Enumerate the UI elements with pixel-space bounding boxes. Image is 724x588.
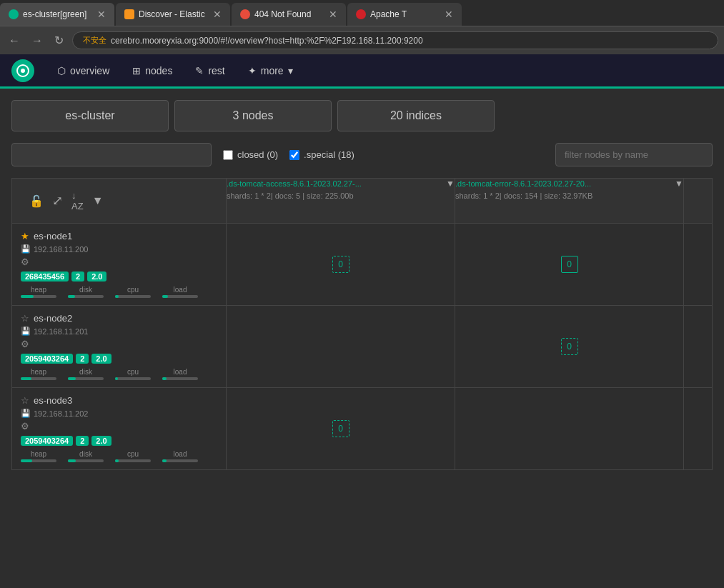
node-star[interactable]: ★ bbox=[21, 231, 29, 241]
node-ip: 💾 192.168.11.202 bbox=[21, 409, 217, 418]
special-checkbox[interactable] bbox=[289, 150, 299, 160]
metric-bar bbox=[162, 459, 198, 462]
more-icon: ✦ bbox=[248, 65, 257, 76]
node-wrench-row: ⚙ bbox=[21, 421, 217, 432]
nodes-count-box: 3 nodes bbox=[174, 100, 332, 131]
metric-item: load bbox=[162, 450, 198, 462]
forward-button[interactable]: → bbox=[29, 33, 46, 49]
tab-title-2: Discover - Elastic bbox=[139, 9, 205, 19]
node-metrics: heap disk cpu load bbox=[21, 450, 217, 462]
dropdown-icon[interactable]: ▼ bbox=[92, 194, 104, 207]
metric-label: disk bbox=[79, 368, 92, 376]
reload-button[interactable]: ↻ bbox=[51, 32, 66, 49]
metric-bar bbox=[162, 377, 198, 380]
sort-az-icon[interactable]: ↓AZ bbox=[71, 190, 84, 211]
wrench-icon[interactable]: ⚙ bbox=[21, 339, 29, 349]
index-col1-name: .ds-tomcat-access-8.6.1-2023.02.27-... bbox=[227, 179, 362, 188]
node-metrics: heap disk cpu load bbox=[21, 286, 217, 298]
index-col1-dropdown[interactable]: ▼ bbox=[446, 179, 455, 189]
filter-nodes-input[interactable] bbox=[555, 143, 713, 166]
metric-bar-fill bbox=[21, 459, 32, 462]
rest-icon: ✎ bbox=[195, 65, 204, 76]
node-ip-text: 192.168.11.202 bbox=[34, 409, 88, 418]
stats-row: es-cluster 3 nodes 20 indices bbox=[11, 100, 713, 131]
metric-label: cpu bbox=[127, 450, 139, 458]
address-bar: ← → ↻ 不安全 cerebro.mooreyxia.org:9000/#!/… bbox=[0, 26, 724, 54]
metric-bar-fill bbox=[162, 295, 168, 298]
metric-label: cpu bbox=[127, 286, 139, 294]
metric-label: load bbox=[174, 286, 187, 294]
tab-close-4[interactable]: ✕ bbox=[445, 9, 453, 20]
tab-close-2[interactable]: ✕ bbox=[213, 9, 222, 20]
shard-cell-node2-col2: 0 bbox=[455, 306, 684, 388]
shard-badge[interactable]: 0 bbox=[332, 420, 349, 437]
shard-badge[interactable]: 0 bbox=[561, 256, 578, 273]
wrench-icon[interactable]: ⚙ bbox=[21, 256, 29, 267]
tab-close-1[interactable]: ✕ bbox=[97, 9, 106, 20]
metric-bar-fill bbox=[68, 459, 76, 462]
lock-open-icon[interactable]: 🔓 bbox=[29, 194, 44, 208]
disk-icon: 💾 bbox=[21, 327, 31, 336]
wrench-icon[interactable]: ⚙ bbox=[21, 421, 29, 432]
index-col1-meta: shards: 1 * 2| docs: 5 | size: 225.00b bbox=[227, 191, 455, 200]
metric-bar-fill bbox=[162, 459, 167, 462]
tab-es-cluster[interactable]: es-cluster[green] ✕ bbox=[0, 3, 114, 26]
index-col1-header: .ds-tomcat-access-8.6.1-2023.02.27-... ▼… bbox=[227, 179, 455, 224]
closed-filter-label[interactable]: closed (0) bbox=[223, 149, 278, 160]
nav-overview[interactable]: ⬡ overview bbox=[46, 54, 121, 88]
metric-item: load bbox=[162, 286, 198, 298]
node-star[interactable]: ☆ bbox=[21, 395, 29, 406]
nav-more[interactable]: ✦ more ▾ bbox=[237, 54, 304, 88]
tab-404[interactable]: 404 Not Found ✕ bbox=[232, 3, 346, 26]
closed-label-text: closed (0) bbox=[237, 149, 278, 160]
node-ip-text: 192.168.11.200 bbox=[34, 245, 88, 254]
metric-bar bbox=[162, 295, 198, 298]
metric-label: heap bbox=[31, 450, 46, 458]
index-col2-dropdown[interactable]: ▼ bbox=[675, 179, 683, 189]
index-search-input[interactable]: tomcat bbox=[11, 143, 212, 166]
node-star[interactable]: ☆ bbox=[21, 313, 29, 324]
metric-label: heap bbox=[31, 286, 46, 294]
back-button[interactable]: ← bbox=[6, 33, 23, 49]
nav-rest[interactable]: ✎ rest bbox=[184, 54, 236, 88]
shard-badge[interactable]: 0 bbox=[561, 338, 578, 355]
indices-count-box: 20 indices bbox=[337, 100, 495, 131]
node-cell-node2: ☆ es-node2 💾 192.168.11.201 ⚙ 2059403264… bbox=[12, 306, 227, 388]
expand-icon[interactable]: ⤢ bbox=[52, 193, 63, 209]
metric-bar-fill bbox=[115, 377, 118, 380]
node-tag: 2 bbox=[71, 271, 84, 281]
disk-icon: 💾 bbox=[21, 244, 31, 254]
node-tag: 268435456 bbox=[21, 271, 69, 281]
nav-more-label: more bbox=[261, 65, 284, 76]
metric-item: cpu bbox=[115, 450, 151, 462]
filter-row: tomcat closed (0) .special (18) bbox=[11, 143, 713, 166]
metric-bar bbox=[21, 377, 56, 380]
table-row: ☆ es-node2 💾 192.168.11.201 ⚙ 2059403264… bbox=[12, 306, 713, 388]
cluster-name-box: es-cluster bbox=[11, 100, 169, 131]
url-bar[interactable]: 不安全 cerebro.mooreyxia.org:9000/#!/overvi… bbox=[72, 31, 718, 49]
nav-nodes[interactable]: ⊞ nodes bbox=[121, 54, 184, 88]
tab-discover[interactable]: Discover - Elastic ✕ bbox=[116, 3, 230, 26]
metric-item: disk bbox=[68, 368, 104, 380]
tab-favicon-green bbox=[9, 9, 19, 19]
metric-item: cpu bbox=[115, 368, 151, 380]
node-ip: 💾 192.168.11.200 bbox=[21, 244, 217, 254]
node-cell-node3: ☆ es-node3 💾 192.168.11.202 ⚙ 2059403264… bbox=[12, 388, 227, 470]
metric-bar bbox=[68, 295, 104, 298]
metric-bar bbox=[21, 295, 56, 298]
special-filter-label[interactable]: .special (18) bbox=[289, 149, 354, 160]
metric-label: load bbox=[174, 368, 187, 376]
node-tag: 2.0 bbox=[91, 354, 111, 364]
closed-checkbox[interactable] bbox=[223, 150, 233, 160]
extra-cell bbox=[684, 224, 713, 306]
metric-bar bbox=[115, 459, 151, 462]
node-tags: 205940326422.0 bbox=[21, 354, 217, 364]
url-text: cerebro.mooreyxia.org:9000/#!/overview?h… bbox=[111, 36, 423, 46]
nav-rest-label: rest bbox=[208, 65, 224, 76]
indices-count: 20 indices bbox=[390, 109, 442, 121]
tab-apache[interactable]: Apache T ✕ bbox=[347, 3, 462, 26]
shard-badge[interactable]: 0 bbox=[332, 256, 349, 273]
metric-bar-fill bbox=[115, 295, 119, 298]
tab-close-3[interactable]: ✕ bbox=[329, 9, 337, 20]
special-label-text: .special (18) bbox=[304, 149, 354, 160]
